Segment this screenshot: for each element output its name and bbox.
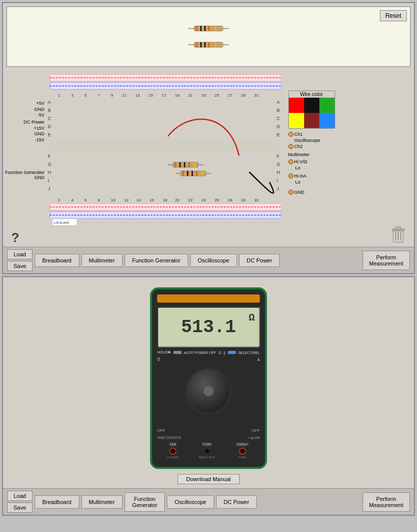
color-yellow[interactable] [289,113,304,128]
counts-row: 4000 COUNTS ⊣ ●| mA [157,436,260,440]
svg-text:28: 28 [228,198,232,202]
mm-dial[interactable] [186,368,231,414]
voltage-label: V̄ [157,358,160,362]
svg-text:32: 32 [254,198,259,202]
svg-text:J: J [277,186,279,191]
hi-a-connector[interactable] [288,173,293,179]
svg-text:I: I [48,178,49,183]
port-vohz: VΩHz+ FUSE [235,442,250,459]
lo-a-row: Lo [288,180,335,185]
oscilloscope-tab-1[interactable]: Oscilloscope [190,254,237,267]
dial-inner [203,386,214,396]
port-10a-label: 10A [168,442,177,447]
help-icon[interactable]: ? [11,230,19,246]
oscilloscope-tab-2[interactable]: Oscilloscope [167,495,214,509]
svg-text:A: A [48,100,51,105]
svg-text:F: F [277,154,280,159]
svg-text:B: B [48,108,51,113]
gnd-row: GND [288,190,335,195]
svg-text:30: 30 [241,198,246,202]
svg-text:9: 9 [111,93,113,98]
hold-button[interactable] [173,351,182,354]
breadboard-area: +5V GND -5V DC Power +15V GND -15V Funct… [3,70,414,231]
multimeter-tab-2[interactable]: Multimeter [81,495,123,509]
ch2-label: Ch2 [294,144,303,149]
breadboard-svg: 1 3 5 7 9 11 13 15 17 19 21 23 25 27 29 … [46,70,287,228]
save-button-2[interactable]: Save [7,503,33,513]
port-vohz-hole[interactable] [239,448,246,455]
port-10a: 10A F.1A/ED [167,442,178,459]
svg-text:13: 13 [135,93,140,98]
svg-text:E: E [48,132,51,137]
svg-text:27: 27 [228,93,232,98]
load-button-2[interactable]: Load [7,491,33,501]
multimeter-label-row: Multimeter [288,152,335,157]
svg-text:11: 11 [122,93,127,98]
mm-display-value: 513.1 [181,317,236,338]
hi-a-row: Hi mA [288,173,335,179]
trash-icon[interactable] [391,226,406,246]
port-10a-hole[interactable] [169,448,176,455]
download-manual-button[interactable]: Download Manual [177,474,240,484]
toolbar-1: Load Save Breadboard Multimeter Function… [3,247,414,273]
reset-button[interactable]: Reset [380,10,407,21]
breadboard-tab-1[interactable]: Breadboard [35,254,79,267]
color-dark-red[interactable] [304,113,319,128]
hold-label: HOLD/✱ [157,350,171,354]
hi-a-label: Hi [294,173,299,179]
load-button-1[interactable]: Load [7,249,33,259]
off-labels: OFF OFF [157,428,260,433]
hi-v-label: Hi [294,159,299,164]
ch2-row: Ch2 [288,144,335,149]
ch1-label: Ch1 [294,132,303,137]
svg-rect-98 [396,227,401,229]
resistor-2 [188,40,229,50]
toolbar-2: Load Save Breadboard Multimeter Function… [3,488,414,515]
perform-measurement-button-2[interactable]: PerformMeasurement [363,492,410,512]
svg-text:I: I [277,178,278,183]
gnd-connector[interactable] [288,190,293,195]
svg-text:26: 26 [215,198,219,202]
off-right-label: OFF [252,428,260,433]
mm-unit: Ω [249,312,255,323]
workspace: Reset [6,6,411,67]
color-blue[interactable] [319,113,335,128]
svg-text:22: 22 [188,198,193,202]
svg-text:H: H [277,170,280,175]
dial-area [157,363,260,424]
breadboard-tab-2[interactable]: Breadboard [35,495,79,509]
svg-text:18: 18 [163,198,167,202]
perform-measurement-button-1[interactable]: PerformMeasurement [363,251,410,270]
svg-text:16: 16 [150,198,154,202]
svg-text:H: H [48,170,51,175]
port-com-hole[interactable] [203,448,211,455]
multimeter-tab-1[interactable]: Multimeter [81,254,123,267]
bottom-icons-area: ? [3,231,414,247]
lo-v-row: Lo [288,165,335,170]
svg-text:31: 31 [254,93,259,98]
color-black[interactable] [304,98,319,113]
function-generator-tab-1[interactable]: Function Generator [125,254,188,267]
color-red[interactable] [289,98,304,113]
top-panel: Reset +5V GND [2,2,415,274]
svg-text:12: 12 [124,198,129,202]
right-panel: Wire color Ch1 Oscilloscope [287,70,335,229]
port-com-sub: 600V CAT II [199,456,215,459]
color-grid [289,98,335,128]
left-labels: +5V GND -5V DC Power +15V GND -15V Funct… [5,70,46,229]
ch2-connector[interactable] [288,144,293,149]
svg-text:4: 4 [71,198,74,202]
color-green[interactable] [319,98,335,113]
ma-label: mA [300,173,307,179]
function-generator-tab-2[interactable]: FunctionGenerator [125,492,165,512]
select-rel-button[interactable] [228,351,236,354]
dc-power-tab-1[interactable]: DC Power [239,254,280,267]
save-button-1[interactable]: Save [7,261,33,271]
svg-text:Labs: Labs [53,221,62,224]
ch1-row: Ch1 [288,132,335,137]
ch1-connector[interactable] [288,132,293,137]
hi-v-connector[interactable] [288,159,293,164]
svg-text:6: 6 [84,198,87,202]
dc-power-tab-2[interactable]: DC Power [216,495,257,509]
svg-text:15: 15 [148,93,153,98]
